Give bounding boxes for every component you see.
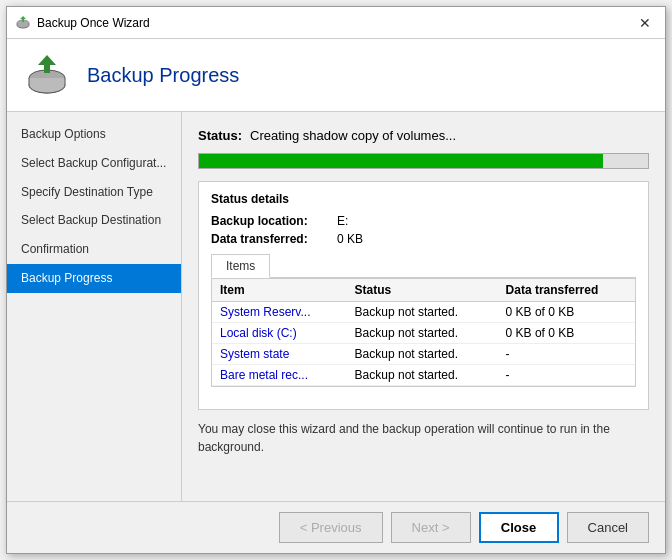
status-text: Creating shadow copy of volumes... bbox=[250, 128, 456, 143]
table-cell-item: System Reserv... bbox=[212, 302, 347, 323]
backup-location-row: Backup location: E: bbox=[211, 214, 636, 228]
table-cell-item: Local disk (C:) bbox=[212, 323, 347, 344]
body: Backup Options Select Backup Configurat.… bbox=[7, 112, 665, 501]
col-data-transferred: Data transferred bbox=[498, 279, 635, 302]
titlebar-left: Backup Once Wizard bbox=[15, 15, 150, 31]
sidebar-item-select-backup-destination[interactable]: Select Backup Destination bbox=[7, 206, 181, 235]
table-cell-data_transferred: - bbox=[498, 365, 635, 386]
table-cell-item: Bare metal rec... bbox=[212, 365, 347, 386]
table-cell-status: Backup not started. bbox=[347, 344, 498, 365]
previous-button[interactable]: < Previous bbox=[279, 512, 383, 543]
status-details-box: Status details Backup location: E: Data … bbox=[198, 181, 649, 410]
main-content: Status: Creating shadow copy of volumes.… bbox=[182, 112, 665, 501]
close-window-button[interactable]: ✕ bbox=[633, 11, 657, 35]
table-row: System stateBackup not started.- bbox=[212, 344, 635, 365]
table-cell-data_transferred: 0 KB of 0 KB bbox=[498, 302, 635, 323]
table-cell-status: Backup not started. bbox=[347, 365, 498, 386]
sidebar-item-confirmation[interactable]: Confirmation bbox=[7, 235, 181, 264]
backup-location-label: Backup location: bbox=[211, 214, 331, 228]
table-header-row: Item Status Data transferred bbox=[212, 279, 635, 302]
header-icon bbox=[23, 51, 71, 99]
titlebar-icon bbox=[15, 15, 31, 31]
table-row: Bare metal rec...Backup not started.- bbox=[212, 365, 635, 386]
backup-location-value: E: bbox=[337, 214, 348, 228]
data-transferred-row: Data transferred: 0 KB bbox=[211, 232, 636, 246]
status-details-title: Status details bbox=[211, 192, 636, 206]
main-window: Backup Once Wizard ✕ Backup Progress Bac… bbox=[6, 6, 666, 554]
footer: < Previous Next > Close Cancel bbox=[7, 501, 665, 553]
items-table: Item Status Data transferred System Rese… bbox=[212, 279, 635, 386]
table-cell-status: Backup not started. bbox=[347, 302, 498, 323]
table-row: Local disk (C:)Backup not started.0 KB o… bbox=[212, 323, 635, 344]
progress-bar-container bbox=[198, 153, 649, 169]
tab-items[interactable]: Items bbox=[211, 254, 270, 278]
page-title: Backup Progress bbox=[87, 64, 239, 87]
col-item: Item bbox=[212, 279, 347, 302]
col-status: Status bbox=[347, 279, 498, 302]
cancel-button[interactable]: Cancel bbox=[567, 512, 649, 543]
header: Backup Progress bbox=[7, 39, 665, 112]
sidebar: Backup Options Select Backup Configurat.… bbox=[7, 112, 182, 501]
items-table-container: Item Status Data transferred System Rese… bbox=[211, 278, 636, 387]
table-cell-status: Backup not started. bbox=[347, 323, 498, 344]
status-row: Status: Creating shadow copy of volumes.… bbox=[198, 128, 649, 143]
table-cell-item: System state bbox=[212, 344, 347, 365]
close-button[interactable]: Close bbox=[479, 512, 559, 543]
table-cell-data_transferred: 0 KB of 0 KB bbox=[498, 323, 635, 344]
table-cell-data_transferred: - bbox=[498, 344, 635, 365]
titlebar: Backup Once Wizard ✕ bbox=[7, 7, 665, 39]
note-text: You may close this wizard and the backup… bbox=[198, 420, 649, 456]
data-transferred-value: 0 KB bbox=[337, 232, 363, 246]
status-label: Status: bbox=[198, 128, 242, 143]
table-row: System Reserv...Backup not started.0 KB … bbox=[212, 302, 635, 323]
progress-bar-fill bbox=[199, 154, 603, 168]
tabs-bar: Items bbox=[211, 254, 636, 278]
sidebar-item-backup-options[interactable]: Backup Options bbox=[7, 120, 181, 149]
sidebar-item-backup-progress[interactable]: Backup Progress bbox=[7, 264, 181, 293]
titlebar-title: Backup Once Wizard bbox=[37, 16, 150, 30]
next-button[interactable]: Next > bbox=[391, 512, 471, 543]
sidebar-item-select-backup-config[interactable]: Select Backup Configurat... bbox=[7, 149, 181, 178]
data-transferred-label: Data transferred: bbox=[211, 232, 331, 246]
sidebar-item-specify-destination-type[interactable]: Specify Destination Type bbox=[7, 178, 181, 207]
